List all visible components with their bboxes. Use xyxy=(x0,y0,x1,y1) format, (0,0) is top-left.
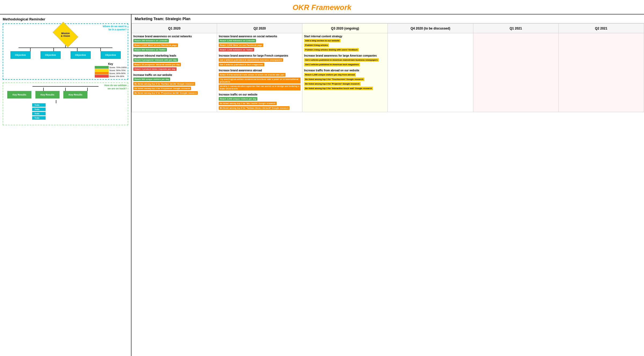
q3-obj1-kr3: Publish 2 blog articles dealing with use… xyxy=(304,48,386,52)
key-item-1: Score: 70%-100% xyxy=(95,66,127,69)
page-title: OKR Framework xyxy=(0,0,644,14)
q3-2020-header: Q3 2020 (ongoing) xyxy=(302,24,388,33)
how-label: How do we validatewe are on track? xyxy=(92,84,127,90)
q3-obj2-kr1: Get 2 articles published in American mai… xyxy=(304,58,386,62)
q2-obj4-kr3: Be listed among top 3 for 'Tableau blanc… xyxy=(219,106,301,110)
q2-obj2-kr1: Get 2 articles published in mainstream b… xyxy=(219,58,301,62)
where-label: Where do we want tobe in a quarter? xyxy=(92,25,127,31)
q3-obj2-title: Increase brand awareness for large Ameri… xyxy=(304,54,386,57)
key-item-3: Score: 30%-50% xyxy=(95,72,127,75)
methodology-box-top: Where do we want tobe in a quarter? Miss… xyxy=(3,23,128,80)
left-panel-title: Methodological Reminder xyxy=(3,17,128,21)
key-item-4: Score: 0%-30% xyxy=(95,75,127,78)
q3-obj3-kr2: Be listed among top 3 for 'Touchscreen' … xyxy=(304,78,386,82)
q2-obj3-kr3: Identify 3 communication agencies that c… xyxy=(219,85,301,91)
q2-obj3-kr2: Try new English-written commercial broch… xyxy=(219,78,301,84)
q1-obj1-kr1: Reach 250 followers on LinkedIn xyxy=(133,39,215,43)
key-result-2: Key Results xyxy=(35,91,60,98)
q3-obj2-kr2: Get 2 articles published in American tec… xyxy=(304,63,386,67)
todo-4: Todo xyxy=(32,116,46,120)
q3-2020-cell: Start internal content strategy Add a bl… xyxy=(302,33,388,112)
q2-obj4-kr1: Reach 1,000 unique visitors per day xyxy=(219,97,301,101)
q1-obj1-kr2: Reach 1,000 'likes' on our Facebook page xyxy=(133,43,215,47)
key-item-2: Score: 50%-70% xyxy=(95,69,127,72)
q2-obj3-kr1: Select 5 international trade shows in wh… xyxy=(219,73,301,77)
q3-obj3-kr1: Reach 1,000 unique visitors per day from… xyxy=(304,73,386,77)
objective-box-1: Objective xyxy=(10,51,31,59)
right-panel: Marketing Team: Strategic Plan Q1 2020 Q… xyxy=(131,14,644,356)
q2-obj1-kr3: Reach 1,000 followers on Twitter xyxy=(219,48,301,52)
q1-obj1-title: Increase brand awareness on social netwo… xyxy=(133,35,215,38)
q1-2021-header: Q1 2021 xyxy=(473,24,558,33)
q2-obj4-kr2: Be listed among top 3 for 'Mur tactile' … xyxy=(219,102,301,106)
q3-obj1-kr2: Publish 5 blog articles xyxy=(304,43,386,47)
objective-box-2: Objective xyxy=(41,51,61,59)
objectives-row: Objective Objective Objective Objective xyxy=(5,51,126,59)
objective-box-4: Objective xyxy=(101,51,121,59)
q2-obj2-title: Increase brand awareness for large Frenc… xyxy=(219,54,301,57)
q1-obj3-title: Increase traffic on our website xyxy=(133,74,215,76)
key-title: Key xyxy=(95,63,127,65)
key-result-3: Key Results xyxy=(63,91,87,98)
todo-2: Todo xyxy=(32,108,46,111)
q3-obj3-title: Increase traffic from abroad on our webs… xyxy=(304,69,386,72)
q1-obj3-kr3: Be listed among top 3 for 'Projecteur' G… xyxy=(133,87,215,91)
todo-1: Todo xyxy=(32,103,46,107)
q1-obj2-kr1: Reach 5 prospects' inbound calls per day xyxy=(133,58,215,62)
q1-obj2-title: Improve inbound marketing leads xyxy=(133,54,215,57)
todo-list: Todo Todo Todo Todo xyxy=(32,103,126,120)
q1-obj2-kr2: Reach 10 prospects' inbound emails per d… xyxy=(133,63,215,67)
q3-obj1-title: Start internal content strategy xyxy=(304,35,386,38)
q4-2020-cell xyxy=(388,33,473,112)
left-panel: Methodological Reminder Where do we want… xyxy=(0,14,131,356)
q3-obj1-kr1: Add a blog section to our website xyxy=(304,39,386,43)
q1-obj3-kr2: Be listed among top 3 for 'Surface tacti… xyxy=(133,82,215,86)
q2-obj3-title: Increase brand awareness abroad xyxy=(219,69,301,72)
q1-obj1-kr3: Reach 500 followers on Twitter xyxy=(133,48,215,52)
q1-obj3-kr4: Be listed among top 3 for 'Projecteur ta… xyxy=(133,91,215,95)
q1-obj2-kr3: Reach 3 product demo requests per day xyxy=(133,67,215,71)
q2-2021-header: Q2 2021 xyxy=(558,24,644,33)
mission-vision-text: Mission & Vision xyxy=(60,32,71,37)
q2-2020-cell: Increase brand awareness on social netwo… xyxy=(217,33,302,112)
q2-obj2-kr2: Get 2 articles published in tech magazin… xyxy=(219,63,301,67)
key-section: Key Score: 70%-100% Score: 50%-70% Score… xyxy=(95,63,127,78)
todo-3: Todo xyxy=(32,112,46,115)
q1-2021-cell xyxy=(473,33,558,112)
timeline-table: Q1 2020 Q2 2020 Q3 2020 (ongoing) Q4 202… xyxy=(131,23,644,112)
q1-2020-cell: Increase brand awareness on social netwo… xyxy=(132,33,217,112)
methodology-box-bottom: How do we validatewe are on track? Key R… xyxy=(3,82,128,125)
objective-box-3: Objective xyxy=(71,51,91,59)
q2-2021-cell xyxy=(558,33,644,112)
q2-2020-header: Q2 2020 xyxy=(217,24,302,33)
q2-obj4-title: Increase traffic on our website xyxy=(219,93,301,96)
key-results-row: Key Results Key Results Key Results xyxy=(5,91,90,98)
key-result-1: Key Results xyxy=(7,91,31,98)
q3-obj3-kr4: Be listed among top 3 for 'Interactive t… xyxy=(304,87,386,91)
q2-obj1-kr2: Reach 1,500 'likes' on our Facebook page xyxy=(219,43,301,47)
q1-obj3-kr1: Reach 500 unique visitors per day xyxy=(133,78,215,82)
q1-2020-header: Q1 2020 xyxy=(132,24,217,33)
q2-obj1-kr1: Reach 1,000 followers on LinkedIn xyxy=(219,39,301,43)
q2-obj1-title: Increase brand awareness on social netwo… xyxy=(219,35,301,38)
q3-obj3-kr3: Be listed among top 3 for 'Projector' Go… xyxy=(304,82,386,86)
right-panel-header: Marketing Team: Strategic Plan xyxy=(131,14,644,23)
q4-2020-header: Q4 2020 (to be discussed) xyxy=(388,24,473,33)
